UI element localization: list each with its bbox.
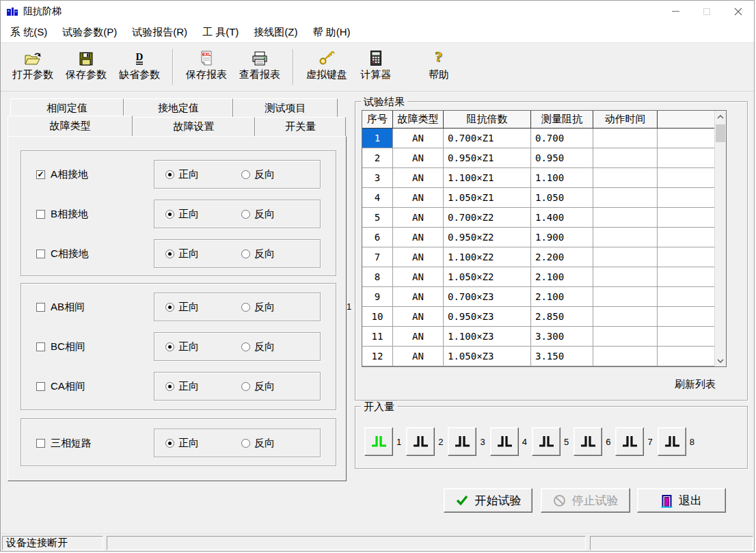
scroll-down-icon[interactable] [715, 355, 726, 366]
checkbox-label: B相接地 [51, 208, 88, 221]
switch-button-5[interactable] [532, 427, 561, 456]
switch-icon [370, 434, 388, 449]
calculator-button[interactable]: 计算器 [353, 47, 399, 82]
view-report-button[interactable]: 查看报表 [233, 47, 286, 82]
switch-button-6[interactable] [573, 427, 602, 456]
direction-frame: 正向 反向 [154, 429, 321, 457]
radio-forward[interactable]: 正向 [165, 301, 199, 314]
window-controls [660, 1, 754, 22]
menu-system[interactable]: 系 统(S) [3, 23, 55, 42]
virtual-keyboard-button[interactable]: 虚拟键盘 [300, 47, 353, 82]
switch-button-8[interactable] [658, 427, 686, 456]
table-row[interactable]: 10AN0.950×Z32.850 [362, 307, 714, 327]
table-row[interactable]: 9AN0.700×Z32.100 [362, 287, 714, 307]
refresh-list-button[interactable]: 刷新列表 [675, 378, 716, 391]
tab-switch-quantity[interactable]: 开关量 [255, 117, 346, 136]
table-row[interactable]: 4AN1.050×Z11.050 [362, 188, 714, 208]
table-row[interactable]: 12AN1.050×Z33.150 [362, 347, 714, 366]
stop-icon [553, 494, 566, 507]
radio-reverse[interactable]: 反向 [241, 301, 275, 314]
radio-reverse[interactable]: 反向 [241, 247, 275, 260]
table-row[interactable]: 3AN1.100×Z11.100 [362, 168, 714, 188]
vertical-scrollbar[interactable] [714, 111, 726, 366]
col-header-fault-type[interactable]: 故障类型 [393, 111, 444, 129]
channel-number: 4 [522, 437, 527, 447]
tab-fault-type[interactable]: 故障类型 [8, 116, 133, 136]
radio-reverse[interactable]: 反向 [241, 168, 275, 181]
checkbox-three-phase-short[interactable]: 三相短路 [36, 428, 92, 458]
radio-forward[interactable]: 正向 [165, 340, 199, 353]
radio-forward[interactable]: 正向 [165, 247, 199, 260]
menu-test-params[interactable]: 试验参数(P) [55, 23, 124, 42]
close-icon[interactable] [723, 1, 754, 22]
checkbox-label: A相接地 [51, 168, 88, 181]
checkbox-a-phase-ground[interactable]: A相接地 [36, 159, 88, 189]
switch-button-4[interactable] [490, 427, 519, 456]
checkbox-ab-phase[interactable]: AB相间 [36, 292, 85, 322]
radio-icon [241, 303, 250, 312]
toolbar-separator [293, 49, 294, 85]
checkbox-c-phase-ground[interactable]: C相接地 [36, 239, 89, 269]
checkbox-label: CA相间 [51, 380, 85, 393]
maximize-icon[interactable] [691, 1, 723, 22]
table-row[interactable]: 11AN1.100×Z33.300 [362, 327, 714, 347]
tab-test-items[interactable]: 测试项目 [233, 98, 338, 117]
table-row[interactable]: 2AN0.950×Z10.950 [362, 148, 714, 168]
checkbox-bc-phase[interactable]: BC相间 [36, 332, 85, 362]
radio-forward[interactable]: 正向 [165, 380, 199, 393]
radio-reverse[interactable]: 反向 [241, 340, 275, 353]
switch-icon [663, 434, 681, 449]
radio-forward[interactable]: 正向 [165, 437, 199, 450]
scrollbar-thumb[interactable] [716, 124, 725, 142]
switch-button-3[interactable] [448, 427, 476, 456]
col-header-seq[interactable]: 序号 [362, 111, 393, 129]
table-row[interactable]: 8AN1.050×Z22.100 [362, 267, 714, 287]
table-row[interactable]: 6AN0.950×Z21.900 [362, 228, 714, 247]
tab-phase-settings[interactable]: 相间定值 [10, 98, 124, 117]
tab-row-lower: 故障类型 故障设置 开关量 [8, 117, 346, 136]
printer-icon [252, 48, 268, 66]
exit-button[interactable]: 退出 [637, 488, 726, 513]
menu-tools[interactable]: 工 具(T) [195, 23, 246, 42]
switch-button-1[interactable] [364, 427, 393, 456]
radio-forward[interactable]: 正向 [165, 168, 199, 181]
table-row[interactable]: 1AN0.700×Z10.700 [362, 129, 714, 148]
checkbox-icon [36, 342, 45, 351]
menu-wiring-diagram[interactable]: 接线图(Z) [246, 23, 305, 42]
save-report-button[interactable]: EXL 保存报表 [180, 47, 233, 82]
checkbox-b-phase-ground[interactable]: B相接地 [36, 199, 88, 229]
stop-test-button[interactable]: 停止试验 [541, 488, 630, 513]
col-header-impedance-multiple[interactable]: 阻抗倍数 [444, 111, 531, 129]
radio-icon [241, 210, 250, 219]
switch-button-2[interactable] [406, 427, 435, 456]
fault-type-panel: A相接地 正向 反向 B相接地 正向 反向 [8, 136, 347, 481]
menu-test-report[interactable]: 试验报告(R) [124, 23, 195, 42]
switch-button-7[interactable] [615, 427, 644, 456]
checkbox-icon [36, 210, 45, 219]
radio-forward[interactable]: 正向 [165, 208, 199, 221]
radio-reverse[interactable]: 反向 [241, 437, 275, 450]
help-button[interactable]: ? ? 帮助 [416, 47, 461, 82]
tab-ground-settings[interactable]: 接地定值 [124, 98, 233, 117]
minimize-icon[interactable] [660, 1, 691, 22]
radio-icon [241, 382, 250, 391]
phase-fault-group: AB相间 正向 反向 BC相间 正向 反向 [21, 283, 336, 410]
start-test-button[interactable]: 开始试验 [444, 488, 532, 513]
table-row[interactable]: 5AN0.700×Z21.400 [362, 208, 714, 228]
checkbox-ca-phase[interactable]: CA相间 [36, 371, 85, 401]
open-params-button[interactable]: 打开参数 [6, 47, 59, 82]
save-params-button[interactable]: 保存参数 [59, 47, 113, 82]
scroll-up-icon[interactable] [715, 111, 726, 122]
col-header-measured-impedance[interactable]: 测量阻抗 [531, 111, 593, 129]
direction-frame: 正向 反向 [154, 293, 321, 321]
radio-reverse[interactable]: 反向 [241, 380, 275, 393]
tab-fault-config[interactable]: 故障设置 [133, 117, 255, 136]
radio-reverse[interactable]: 反向 [241, 208, 275, 221]
col-header-action-time[interactable]: 动作时间 [593, 111, 658, 129]
switch-icon [621, 434, 638, 449]
menu-help[interactable]: 帮 助(H) [305, 23, 357, 42]
channel-number: 3 [480, 437, 485, 447]
tab-row-upper: 相间定值 接地定值 测试项目 [10, 98, 338, 117]
table-row[interactable]: 7AN1.100×Z22.200 [362, 247, 714, 267]
default-params-button[interactable]: D 缺省参数 [113, 47, 166, 82]
